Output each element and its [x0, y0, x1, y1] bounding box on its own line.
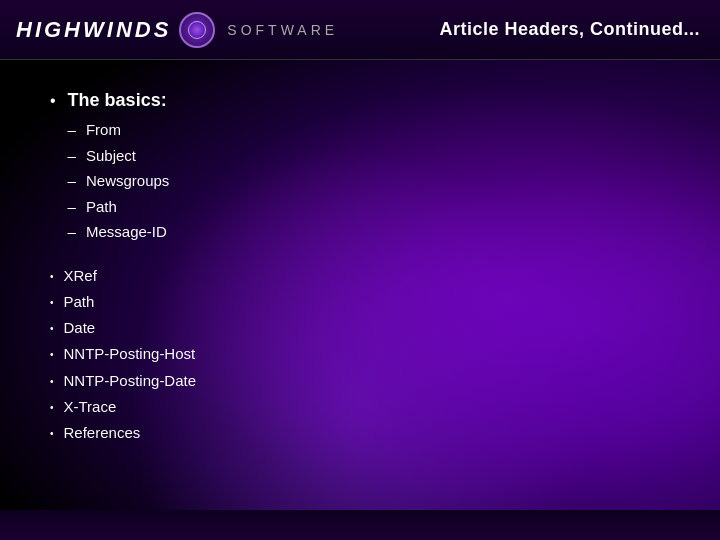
basics-label: The basics: [68, 90, 170, 111]
bullet-dot-icon: • [50, 294, 54, 312]
list-item-xtrace: • X-Trace [50, 394, 670, 420]
bullet-dot-icon: • [50, 320, 54, 338]
basics-sub-list: – From – Subject – Newsgroups – Path – [68, 117, 170, 245]
list-item-xref-text: XRef [64, 263, 97, 289]
dash-icon: – [68, 194, 76, 220]
logo-software-text: SOFTWARE [227, 22, 338, 38]
slide-content: • The basics: – From – Subject – Newsgro… [0, 60, 720, 476]
bullet-dot-icon: • [50, 268, 54, 286]
list-item-date-text: Date [64, 315, 96, 341]
list-item-date: • Date [50, 315, 670, 341]
dash-icon: – [68, 117, 76, 143]
main-bullet-dot: • [50, 92, 56, 110]
list-item-xtrace-text: X-Trace [64, 394, 117, 420]
logo-circle-inner-icon [188, 21, 206, 39]
logo-text: HIGHWINDS [16, 17, 171, 43]
header-bar: HIGHWINDS SOFTWARE Article Headers, Cont… [0, 0, 720, 60]
list-item-nntp-date-text: NNTP-Posting-Date [64, 368, 197, 394]
main-bullet-basics: • The basics: – From – Subject – Newsgro… [50, 90, 670, 245]
logo-circle-icon [179, 12, 215, 48]
sub-item-path: – Path [68, 194, 170, 220]
sub-item-path-text: Path [86, 194, 117, 220]
list-item-path-text: Path [64, 289, 95, 315]
list-item-nntp-date: • NNTP-Posting-Date [50, 368, 670, 394]
sub-item-from-text: From [86, 117, 121, 143]
logo-area: HIGHWINDS SOFTWARE [16, 12, 338, 48]
sub-item-subject-text: Subject [86, 143, 136, 169]
slide-title: Article Headers, Continued... [439, 19, 700, 40]
footer-bar [0, 510, 720, 540]
list-item-references: • References [50, 420, 670, 446]
sub-item-subject: – Subject [68, 143, 170, 169]
list-item-references-text: References [64, 420, 141, 446]
bullet-dot-icon: • [50, 346, 54, 364]
dash-icon: – [68, 168, 76, 194]
bullet-dot-icon: • [50, 425, 54, 443]
sub-item-messageid-text: Message-ID [86, 219, 167, 245]
sub-item-from: – From [68, 117, 170, 143]
dash-icon: – [68, 219, 76, 245]
list-item-nntp-host-text: NNTP-Posting-Host [64, 341, 196, 367]
dash-icon: – [68, 143, 76, 169]
bullet-dot-icon: • [50, 373, 54, 391]
list-item-path: • Path [50, 289, 670, 315]
basics-section: The basics: – From – Subject – Newsgroup… [68, 90, 170, 245]
bullet-dot-icon: • [50, 399, 54, 417]
extra-items-list: • XRef • Path • Date • NNTP-Posting-Host… [50, 263, 670, 447]
list-item-nntp-host: • NNTP-Posting-Host [50, 341, 670, 367]
sub-item-messageid: – Message-ID [68, 219, 170, 245]
list-item-xref: • XRef [50, 263, 670, 289]
sub-item-newsgroups-text: Newsgroups [86, 168, 169, 194]
sub-item-newsgroups: – Newsgroups [68, 168, 170, 194]
